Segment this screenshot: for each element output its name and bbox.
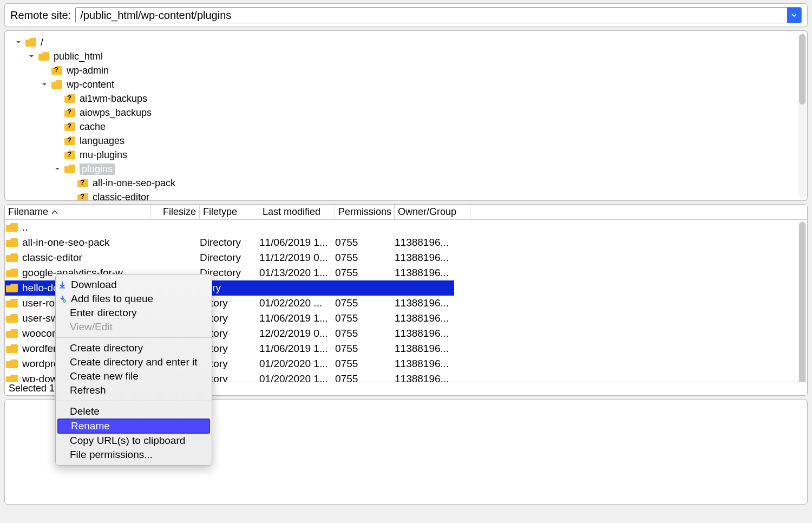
folder-icon xyxy=(6,299,18,308)
remote-site-panel: Remote site: xyxy=(4,3,808,27)
tree-item[interactable]: wp-admin xyxy=(15,63,807,77)
cell-ownergroup: 11388196... xyxy=(395,328,470,339)
cell-lastmodified: 01/02/2020 ... xyxy=(259,297,335,309)
add-to-queue-icon xyxy=(58,295,67,303)
tree-item-label: plugins xyxy=(80,164,115,175)
ctx-enter-directory[interactable]: Enter directory xyxy=(56,306,212,320)
tree-item[interactable]: ai1wm-backups xyxy=(15,91,807,106)
tree-item-label: wp-content xyxy=(67,79,114,90)
cell-permissions: 0755 xyxy=(335,312,395,324)
list-scrollbar[interactable] xyxy=(798,221,806,393)
cell-ownergroup: 11388196... xyxy=(395,267,470,279)
tree-item[interactable]: cache xyxy=(15,120,807,134)
ctx-file-permissions[interactable]: File permissions... xyxy=(56,448,212,462)
ctx-refresh[interactable]: Refresh xyxy=(56,383,212,397)
cell-ownergroup: 11388196... xyxy=(395,237,470,249)
ctx-separator xyxy=(56,401,212,401)
cell-filename: classic-editor xyxy=(6,252,151,264)
folder-icon xyxy=(6,253,18,262)
cell-lastmodified: 11/06/2019 1... xyxy=(259,237,335,249)
cell-ownergroup: 11388196... xyxy=(395,343,470,355)
col-header-permissions[interactable]: Permissions xyxy=(335,205,395,219)
cell-lastmodified: 11/06/2019 1... xyxy=(259,312,335,324)
tree-item-label: languages xyxy=(80,135,125,147)
tree-item[interactable]: mu-plugins xyxy=(15,148,807,162)
folder-icon xyxy=(6,344,18,353)
ctx-create-directory[interactable]: Create directory xyxy=(56,341,212,355)
folder-unknown-icon xyxy=(64,108,75,117)
tree-item-label: cache xyxy=(80,121,106,133)
file-list-header: Filename Filesize Filetype Last modified… xyxy=(5,205,807,220)
folder-unknown-icon xyxy=(77,179,88,187)
tree-item-label: ai1wm-backups xyxy=(80,93,147,104)
table-row[interactable]: .. xyxy=(5,220,807,235)
cell-filetype: Directory xyxy=(200,237,259,249)
ctx-add-to-queue[interactable]: Add files to queue xyxy=(56,292,212,306)
tree-scroll-thumb[interactable] xyxy=(799,34,806,104)
remote-site-label: Remote site: xyxy=(10,9,71,22)
ctx-copy-url[interactable]: Copy URL(s) to clipboard xyxy=(56,434,212,448)
chevron-down-icon xyxy=(791,12,797,18)
table-row[interactable]: all-in-one-seo-packDirectory11/06/2019 1… xyxy=(5,235,807,250)
tree-item-label: aiowps_backups xyxy=(80,107,152,119)
folder-icon xyxy=(6,314,18,323)
table-row[interactable]: classic-editorDirectory11/12/2019 0...07… xyxy=(5,250,807,265)
cell-lastmodified: 01/20/2020 1... xyxy=(259,358,335,370)
remote-path-input[interactable] xyxy=(76,8,787,23)
tree-item-label: / xyxy=(41,37,43,48)
cell-lastmodified: 11/12/2019 0... xyxy=(259,252,335,264)
tree-item-label: classic-editor xyxy=(93,192,149,201)
cell-ownergroup: 11388196... xyxy=(395,297,470,309)
cell-permissions: 0755 xyxy=(335,328,395,339)
cell-permissions: 0755 xyxy=(335,237,395,249)
cell-filename: .. xyxy=(6,221,151,233)
ctx-download[interactable]: Download xyxy=(56,278,212,292)
cell-permissions: 0755 xyxy=(335,358,395,370)
tree-item-label: wp-admin xyxy=(67,65,109,76)
col-header-ownergroup[interactable]: Owner/Group xyxy=(395,205,470,219)
folder-icon xyxy=(6,329,18,338)
col-header-filename[interactable]: Filename xyxy=(5,205,151,219)
disclosure-triangle-icon[interactable] xyxy=(28,53,35,60)
col-header-filesize[interactable]: Filesize xyxy=(151,205,200,219)
folder-icon xyxy=(6,269,18,277)
remote-path-dropdown-button[interactable] xyxy=(787,8,801,23)
cell-lastmodified: 12/02/2019 0... xyxy=(259,328,335,339)
folder-icon xyxy=(6,238,18,247)
tree-item[interactable]: plugins xyxy=(15,162,807,176)
tree-item[interactable]: languages xyxy=(15,134,807,148)
folder-icon xyxy=(6,223,18,232)
svg-rect-0 xyxy=(60,287,65,289)
cell-permissions: 0755 xyxy=(335,267,395,279)
download-icon xyxy=(58,280,67,289)
tree-scrollbar[interactable] xyxy=(798,33,806,198)
list-scroll-thumb[interactable] xyxy=(799,222,806,392)
tree-item[interactable]: aiowps_backups xyxy=(15,106,807,120)
disclosure-triangle-icon[interactable] xyxy=(54,165,61,173)
tree-item[interactable]: wp-content xyxy=(15,77,807,91)
cell-permissions: 0755 xyxy=(335,297,395,309)
ctx-create-new-file[interactable]: Create new file xyxy=(56,369,212,383)
tree-item[interactable]: classic-editor xyxy=(15,190,807,201)
tree-item[interactable]: / xyxy=(15,35,807,49)
tree-item[interactable]: all-in-one-seo-pack xyxy=(15,176,807,190)
folder-unknown-icon xyxy=(77,193,88,201)
tree-item-label: all-in-one-seo-pack xyxy=(93,178,175,189)
directory-tree-panel: /public_htmlwp-adminwp-contentai1wm-back… xyxy=(4,30,808,201)
disclosure-triangle-icon[interactable] xyxy=(41,81,48,88)
folder-icon xyxy=(64,165,75,173)
tree-item[interactable]: public_html xyxy=(15,49,807,63)
ctx-create-directory-enter[interactable]: Create directory and enter it xyxy=(56,355,212,369)
remote-path-combo[interactable] xyxy=(75,7,802,23)
disclosure-triangle-icon[interactable] xyxy=(15,38,22,46)
ctx-view-edit: View/Edit xyxy=(56,320,212,334)
col-header-lastmodified[interactable]: Last modified xyxy=(259,205,335,219)
col-header-filetype[interactable]: Filetype xyxy=(200,205,259,219)
ctx-rename[interactable]: Rename xyxy=(57,419,210,434)
cell-ownergroup: 11388196... xyxy=(395,252,470,264)
folder-unknown-icon xyxy=(64,151,75,159)
cell-ownergroup: 11388196... xyxy=(395,358,470,370)
ctx-separator xyxy=(56,337,212,338)
ctx-delete[interactable]: Delete xyxy=(56,404,212,419)
cell-filetype: Directory xyxy=(200,252,259,264)
